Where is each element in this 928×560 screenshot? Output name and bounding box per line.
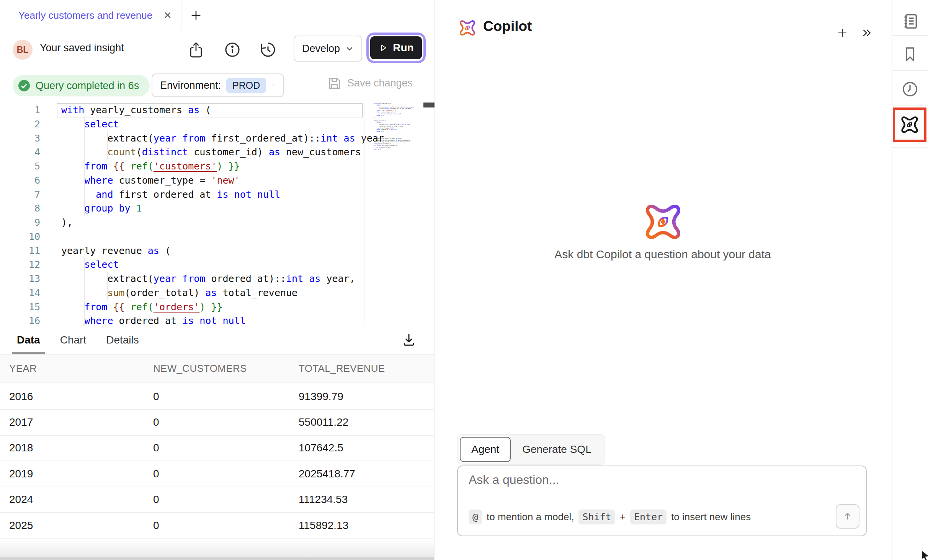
rail-divider xyxy=(892,105,928,106)
table-cell: 0 xyxy=(153,493,299,506)
save-icon xyxy=(327,76,342,91)
line-number: 10 xyxy=(0,230,40,244)
develop-dropdown[interactable]: Develop xyxy=(294,36,362,62)
results-tab-bar: DataChartDetails xyxy=(0,326,434,354)
code-line[interactable]: 14 sum(order_total) as total_revenue xyxy=(0,286,364,300)
download-results-button[interactable] xyxy=(398,329,420,350)
results-tab-chart[interactable]: Chart xyxy=(60,326,86,354)
code-line[interactable]: 5 from {{ ref('customers') }} xyxy=(0,160,364,174)
table-cell: 0 xyxy=(153,416,299,428)
editor-scrollbar-thumb[interactable] xyxy=(423,103,435,107)
copilot-mode-tabs: AgentGenerate SQL xyxy=(457,434,605,465)
check-circle-icon xyxy=(17,79,31,93)
code-line[interactable]: 1with yearly_customers as ( xyxy=(0,103,364,117)
table-body: 2016091399.7920170550011.2220180107642.5… xyxy=(0,384,434,539)
dbt-copilot-logo-small xyxy=(459,19,476,38)
line-number: 8 xyxy=(0,202,40,216)
results-tab-data[interactable]: Data xyxy=(17,326,40,354)
play-icon xyxy=(378,43,388,53)
code-line[interactable]: 15 from {{ ref('orders') }} xyxy=(0,300,364,314)
hint-mention-text: to mention a model, xyxy=(487,511,574,523)
clock-icon xyxy=(901,80,919,98)
column-header: YEAR xyxy=(9,363,153,374)
table-footer xyxy=(0,539,434,557)
new-tab-button[interactable] xyxy=(188,8,204,23)
dbt-ide-window: Yearly customers and revenue ✕ BL Your s… xyxy=(0,0,928,560)
table-cell: 2025 xyxy=(9,519,153,532)
at-key-badge: @ xyxy=(469,510,482,524)
editor-minimap[interactable]: with yearly_customers as ( select extrac… xyxy=(374,103,423,326)
sidebar-item-history[interactable] xyxy=(892,75,928,103)
history-button[interactable] xyxy=(258,40,278,60)
table-row[interactable]: 20250115892.13 xyxy=(0,513,434,539)
info-icon xyxy=(224,41,241,58)
code-line[interactable]: 11yearly_revenue as ( xyxy=(0,244,364,258)
code-line[interactable]: 3 extract(year from first_ordered_at)::i… xyxy=(0,132,364,146)
table-cell: 550011.22 xyxy=(299,416,434,428)
copilot-collapse-button[interactable] xyxy=(858,24,876,42)
code-line[interactable]: 10 xyxy=(0,230,364,244)
code-line[interactable]: 8 group by 1 xyxy=(0,202,364,216)
environment-selector[interactable]: Environment: PROD xyxy=(152,73,284,97)
line-number: 9 xyxy=(0,216,40,230)
panel-divider[interactable] xyxy=(434,0,435,560)
editor-minimap-divider xyxy=(364,101,364,326)
code-lines: 1with yearly_customers as (2 select3 ext… xyxy=(0,103,364,326)
table-cell: 0 xyxy=(153,468,299,480)
code-line[interactable]: 13 extract(year from ordered_at)::int as… xyxy=(0,272,364,286)
copilot-mode-generate-sql[interactable]: Generate SQL xyxy=(511,438,602,461)
line-number: 1 xyxy=(0,103,40,117)
share-button[interactable] xyxy=(186,40,206,60)
table-cell: 111234.53 xyxy=(299,493,434,506)
shift-key-badge: Shift xyxy=(578,510,615,524)
table-row[interactable]: 20170550011.22 xyxy=(0,410,434,435)
code-line[interactable]: 4 count(distinct customer_id) as new_cus… xyxy=(0,145,364,160)
line-number: 2 xyxy=(0,117,40,132)
table-cell: 2025418.77 xyxy=(299,468,434,480)
save-changes-button[interactable]: Save changes xyxy=(327,65,413,101)
table-row[interactable]: 20180107642.5 xyxy=(0,436,434,461)
arrow-up-icon xyxy=(842,511,853,522)
sidebar-item-copilot-active[interactable] xyxy=(893,107,926,142)
share-icon xyxy=(188,41,204,58)
run-label: Run xyxy=(393,42,413,54)
sidebar-item-notebook[interactable] xyxy=(892,7,928,35)
table-row[interactable]: 2016091399.79 xyxy=(0,384,434,410)
bottom-scrollbar[interactable] xyxy=(0,557,434,560)
table-cell: 0 xyxy=(153,391,299,403)
plus-icon xyxy=(190,9,203,22)
avatar[interactable]: BL xyxy=(13,40,33,60)
copilot-panel-title: Copilot xyxy=(483,18,532,34)
line-number: 7 xyxy=(0,188,40,202)
table-row[interactable]: 201902025418.77 xyxy=(0,461,434,487)
indent-guide xyxy=(107,132,108,160)
code-line[interactable]: 7 and first_ordered_at is not null xyxy=(0,188,364,202)
copilot-new-chat-button[interactable] xyxy=(833,24,851,42)
tab-close-icon[interactable]: ✕ xyxy=(161,8,175,22)
sql-code-editor[interactable]: 1with yearly_customers as (2 select3 ext… xyxy=(0,101,434,326)
code-line[interactable]: 16 where ordered_at is not null xyxy=(0,314,364,326)
table-cell: 0 xyxy=(153,442,299,454)
sidebar-item-bookmarks[interactable] xyxy=(892,40,928,68)
code-line[interactable]: 2 select xyxy=(0,117,364,132)
table-cell: 115892.13 xyxy=(299,519,434,532)
send-question-button[interactable] xyxy=(836,504,859,529)
copilot-mode-agent[interactable]: Agent xyxy=(460,437,511,462)
mouse-cursor xyxy=(920,549,928,560)
tab-yearly-customers-and-revenue[interactable]: Yearly customers and revenue xyxy=(18,0,152,31)
code-line[interactable]: 9), xyxy=(0,216,364,230)
table-row[interactable]: 20240111234.53 xyxy=(0,487,434,513)
notebook-icon xyxy=(901,12,919,30)
info-button[interactable] xyxy=(222,40,242,60)
code-line[interactable]: 12 select xyxy=(0,258,364,272)
code-line[interactable]: 6 where customer_type = 'new' xyxy=(0,174,364,188)
plus-icon xyxy=(836,27,848,39)
indent-guide xyxy=(107,272,108,300)
table-header-row: YEARNEW_CUSTOMERSTOTAL_REVENUE xyxy=(0,354,434,383)
environment-label: Environment: xyxy=(160,80,221,91)
dbt-copilot-logo-large xyxy=(643,202,683,243)
column-header: TOTAL_REVENUE xyxy=(299,363,434,374)
run-button[interactable]: Run xyxy=(370,36,422,59)
table-cell: 2024 xyxy=(9,493,153,506)
results-tab-details[interactable]: Details xyxy=(106,326,139,354)
